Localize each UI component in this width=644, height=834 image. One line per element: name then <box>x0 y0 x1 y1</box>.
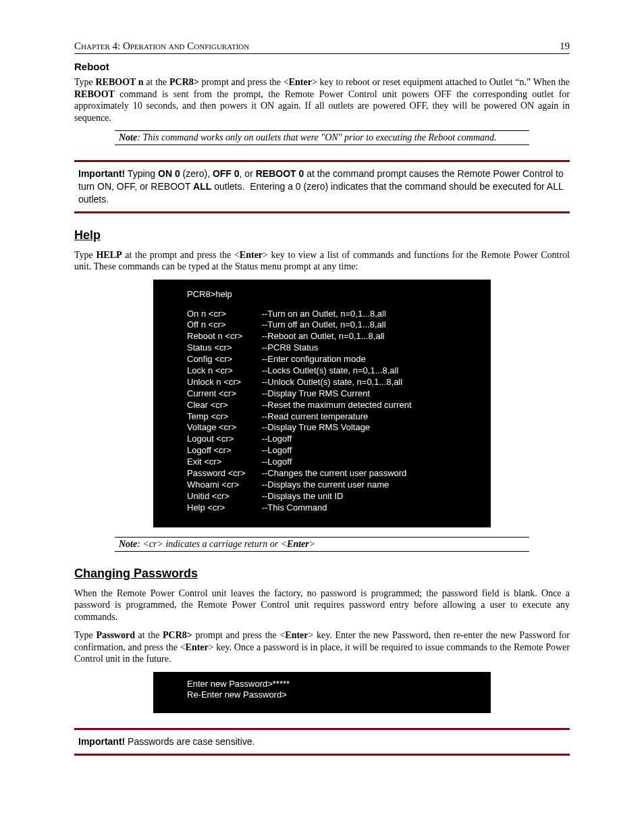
help-command-desc: --Displays the unit ID <box>262 491 412 502</box>
help-command: Unitid <cr> <box>187 491 262 502</box>
help-command: On n <cr> <box>187 309 262 320</box>
help-command-desc: --Logoff <box>262 445 412 457</box>
help-command: Unlock n <cr> <box>187 377 262 388</box>
note-label: Note <box>119 132 137 142</box>
help-command-row: Exit <cr>--Logoff <box>187 457 412 468</box>
help-command: Reboot n <cr> <box>187 331 262 342</box>
help-command-desc: --Read current temperature <box>262 411 412 423</box>
help-command: Voltage <cr> <box>187 422 262 434</box>
help-command-desc: --Display True RMS Voltage <box>262 422 412 434</box>
help-command: Whoami <cr> <box>187 479 262 491</box>
help-command-row: Reboot n <cr>--Reboot an Outlet, n=0,1..… <box>187 331 412 342</box>
help-command-row: Current <cr>--Display True RMS Current <box>187 388 412 400</box>
password-terminal: Enter new Password>***** Re-Enter new Pa… <box>153 672 491 714</box>
heading-passwords: Changing Passwords <box>74 567 570 581</box>
help-command-desc: --PCR8 Status <box>262 342 412 354</box>
help-command-desc: --Reset the maximum detected current <box>262 400 412 411</box>
important-label: Important! <box>78 168 125 179</box>
help-command-row: Off n <cr>--Turn off an Outlet, n=0,1...… <box>187 319 412 331</box>
help-command-desc: --This Command <box>262 502 412 514</box>
help-command-row: Temp <cr>--Read current temperature <box>187 411 412 423</box>
passwords-paragraph-2: Type Password at the PCR8> prompt and pr… <box>74 629 570 665</box>
help-command: Config <cr> <box>187 354 262 365</box>
help-command-desc: --Enter configuration mode <box>262 354 412 365</box>
help-terminal: PCR8>help On n <cr>--Turn on an Outlet, … <box>153 280 491 527</box>
passwords-important: Important! Passwords are case sensitive. <box>74 728 570 756</box>
help-command-row: Voltage <cr>--Display True RMS Voltage <box>187 422 412 434</box>
help-command: Help <cr> <box>187 502 262 514</box>
important-label: Important! <box>78 736 125 747</box>
note-text: : This command works only on outlets tha… <box>137 132 496 142</box>
help-command-desc: --Display True RMS Current <box>262 388 412 400</box>
help-command-row: Lock n <cr>--Locks Outlet(s) state, n=0,… <box>187 365 412 377</box>
help-command-desc: --Reboot an Outlet, n=0,1...8,all <box>262 331 412 342</box>
help-paragraph: Type HELP at the prompt and press the <E… <box>74 249 570 273</box>
help-command: Clear <cr> <box>187 400 262 411</box>
help-command: Current <cr> <box>187 388 262 400</box>
help-command-row: Help <cr>--This Command <box>187 502 412 514</box>
help-command-list: On n <cr>--Turn on an Outlet, n=0,1...8,… <box>187 309 412 514</box>
passwords-paragraph-1: When the Remote Power Control unit leave… <box>74 588 570 623</box>
help-command: Password <cr> <box>187 468 262 479</box>
chapter-title: Chapter 4: Operation and Configuration <box>74 41 249 52</box>
help-command-row: Whoami <cr>--Displays the current user n… <box>187 479 412 491</box>
help-command: Logout <cr> <box>187 434 262 445</box>
help-command-row: Logoff <cr>--Logoff <box>187 445 412 457</box>
help-command-desc: --Turn off an Outlet, n=0,1...8,all <box>262 319 412 331</box>
help-command-desc: --Changes the current user password <box>262 468 412 479</box>
page-number: 19 <box>560 41 570 52</box>
help-command-row: Unlock n <cr>--Unlock Outlet(s) state, n… <box>187 377 412 388</box>
page: Chapter 4: Operation and Configuration 1… <box>0 0 644 834</box>
help-command: Status <cr> <box>187 342 262 354</box>
help-command-row: On n <cr>--Turn on an Outlet, n=0,1...8,… <box>187 309 412 320</box>
help-command: Exit <cr> <box>187 457 262 468</box>
heading-reboot: Reboot <box>74 61 570 72</box>
help-note: Note: <cr> indicates a carriage return o… <box>115 537 529 552</box>
help-command-desc: --Locks Outlet(s) state, n=0,1...8,all <box>262 365 412 377</box>
help-command: Logoff <cr> <box>187 445 262 457</box>
help-command-desc: --Unlock Outlet(s) state, n=0,1...8,all <box>262 377 412 388</box>
help-command-row: Password <cr>--Changes the current user … <box>187 468 412 479</box>
help-command-row: Config <cr>--Enter configuration mode <box>187 354 412 365</box>
reboot-note: Note: This command works only on outlets… <box>115 130 529 145</box>
help-command-desc: --Logoff <box>262 457 412 468</box>
important-text: Passwords are case sensitive. <box>125 736 254 747</box>
terminal-line: Re-Enter new Password> <box>187 689 491 701</box>
terminal-line: Enter new Password>***** <box>187 679 491 690</box>
help-command: Off n <cr> <box>187 319 262 331</box>
help-command-row: Logout <cr>--Logoff <box>187 434 412 445</box>
help-command-row: Unitid <cr>--Displays the unit ID <box>187 491 412 502</box>
reboot-important: Important! Typing ON 0 (zero), OFF 0, or… <box>74 160 570 213</box>
terminal-prompt: PCR8>help <box>187 289 491 301</box>
help-command-desc: --Logoff <box>262 434 412 445</box>
page-header: Chapter 4: Operation and Configuration 1… <box>74 41 570 54</box>
help-command-desc: --Turn on an Outlet, n=0,1...8,all <box>262 309 412 320</box>
reboot-paragraph: Type REBOOT n at the PCR8> prompt and pr… <box>74 76 570 124</box>
note-text: : <cr> indicates a carriage return or <E… <box>137 539 315 549</box>
help-command-desc: --Displays the current user name <box>262 479 412 491</box>
help-command: Lock n <cr> <box>187 365 262 377</box>
note-label: Note <box>119 539 137 549</box>
help-command-row: Status <cr>--PCR8 Status <box>187 342 412 354</box>
help-command-row: Clear <cr>--Reset the maximum detected c… <box>187 400 412 411</box>
heading-help: Help <box>74 228 570 242</box>
help-command: Temp <cr> <box>187 411 262 423</box>
